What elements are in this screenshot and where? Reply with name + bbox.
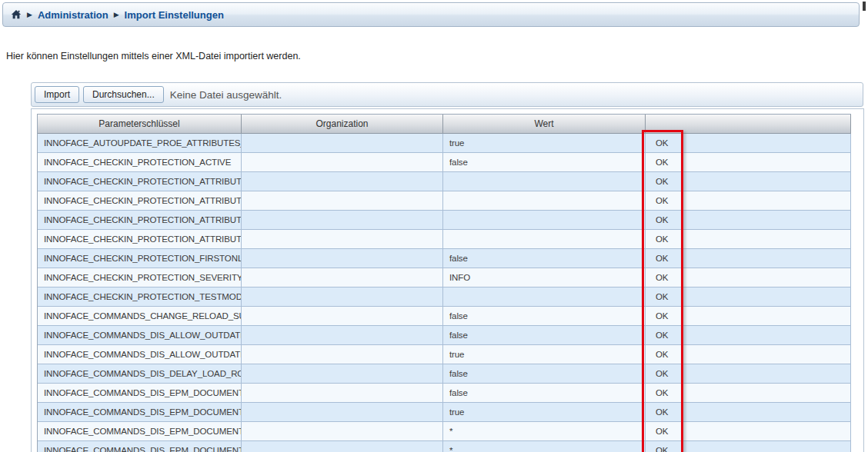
wert-cell: false	[443, 364, 646, 384]
status-cell: OK	[646, 230, 851, 249]
wert-cell: true	[443, 345, 646, 364]
table-row: INNOFACE_COMMANDS_DIS_DELAY_LOAD_ROOfals…	[38, 364, 851, 384]
organization-cell	[242, 211, 443, 230]
home-icon[interactable]	[11, 9, 22, 20]
organization-cell	[242, 307, 443, 326]
organization-cell	[242, 134, 443, 153]
param-key-cell: INNOFACE_CHECKIN_PROTECTION_ATTRIBUTES	[38, 191, 242, 211]
status-cell: OK	[646, 249, 851, 268]
organization-cell	[242, 384, 443, 403]
wert-cell: *	[443, 422, 646, 441]
organization-cell	[242, 422, 443, 441]
wert-cell: false	[443, 326, 646, 345]
wert-cell: false	[443, 307, 646, 326]
wert-cell	[443, 211, 646, 230]
page-description: Hier können Einstellungen mittels einer …	[6, 51, 301, 61]
param-key-cell: INNOFACE_CHECKIN_PROTECTION_FIRSTONLY	[38, 249, 242, 268]
table-row: INNOFACE_COMMANDS_DIS_EPM_DOCUMENT*OK	[38, 422, 851, 441]
column-header-parameterschluessel: Parameterschlüssel	[38, 115, 242, 134]
column-header-organization: Organization	[242, 115, 443, 134]
column-header-wert: Wert	[443, 115, 646, 134]
organization-cell	[242, 326, 443, 345]
table-row: INNOFACE_CHECKIN_PROTECTION_ATTRIBUTESOK	[38, 191, 851, 211]
wert-cell: true	[443, 403, 646, 422]
table-row: INNOFACE_CHECKIN_PROTECTION_ATTRIBUTESOK	[38, 211, 851, 230]
param-key-cell: INNOFACE_AUTOUPDATE_PROE_ATTRIBUTES_FR	[38, 134, 242, 153]
status-cell: OK	[646, 191, 851, 211]
organization-cell	[242, 172, 443, 191]
status-cell: OK	[646, 287, 851, 307]
wert-cell	[443, 191, 646, 211]
import-toolbar: Import Durchsuchen... Keine Datei ausgew…	[31, 82, 863, 107]
param-key-cell: INNOFACE_COMMANDS_DIS_EPM_DOCUMENT	[38, 403, 242, 422]
wert-cell: false	[443, 384, 646, 403]
organization-cell	[242, 403, 443, 422]
param-key-cell: INNOFACE_CHECKIN_PROTECTION_ATTRIBUTES	[38, 172, 242, 191]
param-key-cell: INNOFACE_COMMANDS_DIS_EPM_DOCUMENT	[38, 384, 242, 403]
settings-table: Parameterschlüssel Organization Wert INN…	[37, 114, 851, 452]
table-row: INNOFACE_COMMANDS_DIS_EPM_DOCUMENTtrueOK	[38, 403, 851, 422]
status-cell: OK	[646, 364, 851, 384]
table-row: INNOFACE_COMMANDS_DIS_ALLOW_OUTDATEtrueO…	[38, 345, 851, 364]
organization-cell	[242, 230, 443, 249]
param-key-cell: INNOFACE_CHECKIN_PROTECTION_ACTIVE	[38, 153, 242, 172]
file-selected-status: Keine Datei ausgewählt.	[170, 89, 282, 101]
table-row: INNOFACE_COMMANDS_CHANGE_RELOAD_SUfalseO…	[38, 307, 851, 326]
table-row: INNOFACE_CHECKIN_PROTECTION_ACTIVEfalseO…	[38, 153, 851, 172]
param-key-cell: INNOFACE_CHECKIN_PROTECTION_ATTRIBUTES	[38, 211, 242, 230]
chevron-right-icon: ▶	[114, 12, 119, 18]
status-cell: OK	[646, 153, 851, 172]
table-row: INNOFACE_CHECKIN_PROTECTION_ATTRIBUTESOK	[38, 230, 851, 249]
settings-table-panel: Parameterschlüssel Organization Wert INN…	[31, 108, 864, 452]
wert-cell: *	[443, 441, 646, 452]
param-key-cell: INNOFACE_COMMANDS_CHANGE_RELOAD_SU	[38, 307, 242, 326]
column-header-status	[646, 115, 851, 134]
status-cell: OK	[646, 211, 851, 230]
param-key-cell: INNOFACE_COMMANDS_DIS_EPM_DOCUMENT	[38, 441, 242, 452]
breadcrumb-item-import-einstellungen[interactable]: Import Einstellungen	[125, 9, 224, 21]
table-body: INNOFACE_AUTOUPDATE_PROE_ATTRIBUTES_FRtr…	[38, 134, 851, 452]
wert-cell	[443, 287, 646, 307]
status-cell: OK	[646, 134, 851, 153]
organization-cell	[242, 345, 443, 364]
param-key-cell: INNOFACE_CHECKIN_PROTECTION_ATTRIBUTES	[38, 230, 242, 249]
organization-cell	[242, 249, 443, 268]
status-cell: OK	[646, 326, 851, 345]
screen-edge-artifact	[863, 2, 866, 11]
status-cell: OK	[646, 441, 851, 452]
status-cell: OK	[646, 307, 851, 326]
status-cell: OK	[646, 384, 851, 403]
table-row: INNOFACE_CHECKIN_PROTECTION_SEVERITYINFO…	[38, 268, 851, 287]
table-row: INNOFACE_CHECKIN_PROTECTION_FIRSTONLYfal…	[38, 249, 851, 268]
organization-cell	[242, 287, 443, 307]
wert-cell: false	[443, 249, 646, 268]
wert-cell: false	[443, 153, 646, 172]
organization-cell	[242, 268, 443, 287]
chevron-right-icon: ▶	[27, 12, 32, 18]
organization-cell	[242, 153, 443, 172]
status-cell: OK	[646, 268, 851, 287]
import-button[interactable]: Import	[35, 86, 79, 103]
breadcrumb-item-administration[interactable]: Administration	[38, 9, 108, 21]
param-key-cell: INNOFACE_COMMANDS_DIS_ALLOW_OUTDATE	[38, 326, 242, 345]
wert-cell	[443, 172, 646, 191]
table-row: INNOFACE_COMMANDS_DIS_EPM_DOCUMENTfalseO…	[38, 384, 851, 403]
param-key-cell: INNOFACE_COMMANDS_DIS_ALLOW_OUTDATE	[38, 345, 242, 364]
browse-file-button[interactable]: Durchsuchen...	[83, 86, 164, 103]
param-key-cell: INNOFACE_CHECKIN_PROTECTION_SEVERITY	[38, 268, 242, 287]
status-cell: OK	[646, 345, 851, 364]
breadcrumb: ▶ Administration ▶ Import Einstellungen	[2, 2, 860, 27]
status-cell: OK	[646, 403, 851, 422]
wert-cell: INFO	[443, 268, 646, 287]
table-row: INNOFACE_CHECKIN_PROTECTION_TESTMODEOK	[38, 287, 851, 307]
organization-cell	[242, 364, 443, 384]
table-header-row: Parameterschlüssel Organization Wert	[38, 115, 851, 134]
status-cell: OK	[646, 172, 851, 191]
status-cell: OK	[646, 422, 851, 441]
param-key-cell: INNOFACE_COMMANDS_DIS_DELAY_LOAD_ROO	[38, 364, 242, 384]
organization-cell	[242, 441, 443, 452]
organization-cell	[242, 191, 443, 211]
wert-cell	[443, 230, 646, 249]
table-row: INNOFACE_COMMANDS_DIS_EPM_DOCUMENT*OK	[38, 441, 851, 452]
param-key-cell: INNOFACE_CHECKIN_PROTECTION_TESTMODE	[38, 287, 242, 307]
